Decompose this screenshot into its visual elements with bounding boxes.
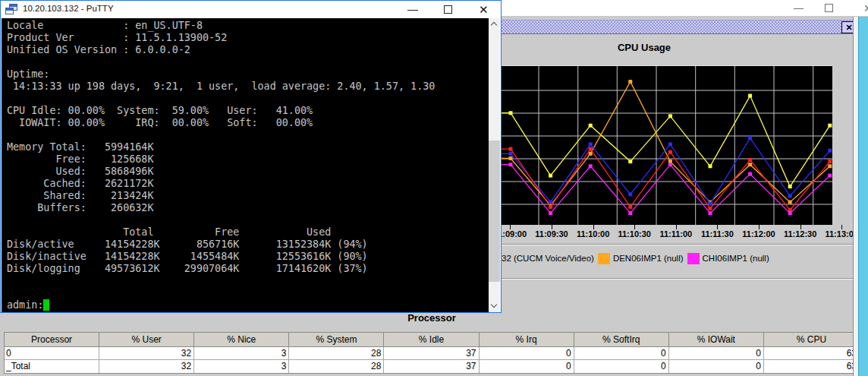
table-header-cell: % IOWait [669,333,764,346]
chart-data-point [709,202,712,206]
terminal-line [7,287,435,299]
terminal-line: Total Free Used [7,226,435,239]
processor-table: Processor% User% Nice% System% Idle% Irq… [4,332,860,374]
terminal-line: Disk/inactive 14154228K 1455484K 1255361… [7,251,435,263]
chart-data-point [589,147,593,151]
table-header-cell: % Nice [194,333,289,346]
scrollbar-thumb[interactable] [489,141,500,282]
chart-data-point [709,164,712,168]
right-edge-strip [858,17,868,376]
table-cell: 28 [289,347,384,359]
rtmt-maximize-icon[interactable] [825,4,833,12]
terminal-scrollbar[interactable] [489,18,500,312]
terminal-line [7,129,435,141]
cpu-usage-chart [502,65,832,225]
chart-data-point [668,163,672,166]
table-header-cell: % CPU [764,333,859,346]
chart-data-point [748,163,752,166]
processor-section-title: Processor [356,312,508,324]
putty-minimize-icon[interactable] [407,10,418,11]
x-axis-label: 11:09:30 [529,229,574,239]
rtmt-close-icon[interactable]: ✕ [863,2,868,15]
scroll-down-button[interactable] [489,300,500,312]
terminal-line: Cached: 2621172K [7,178,435,190]
terminal-line: Product Ver : 11.5.1.13900-52 [7,32,435,44]
legend-label: CHI06IMP1 (null) [703,254,769,263]
x-axis-tick [841,225,842,229]
terminal-line: CPU Idle: 00.00% System: 59.00% User: 41… [7,105,435,117]
terminal-line: Used: 5868496K [7,166,435,178]
putty-titlebar[interactable]: 10.20.103.132 - PuTTY ✕ [1,1,501,18]
putty-window: 10.20.103.132 - PuTTY ✕ Locale : en_US.U… [0,0,502,313]
table-row[interactable]: 0323283700063 [5,347,859,360]
table-header-cell: % System [289,333,384,346]
chart-data-point [828,174,832,178]
table-cell: 0 [669,360,764,373]
legend-item: 32 (CUCM Voice/Video) [502,254,594,263]
table-cell: 0 [5,347,99,359]
legend-item: DEN06IMP1 (null) [598,253,684,264]
table-header-cell: % User [99,333,194,346]
chart-data-point [589,124,593,128]
terminal-line [7,214,435,226]
table-header-cell: % Irq [480,333,574,346]
x-axis-label: 11:11:00 [653,229,699,239]
x-axis-tick [510,225,511,229]
table-cell: 0 [574,347,669,359]
scroll-up-button[interactable] [489,18,500,30]
legend-swatch [687,253,700,264]
chart-data-point [549,205,552,209]
table-row[interactable]: _Total323283700063 [5,360,859,373]
table-cell: 63 [764,347,859,359]
terminal-line [7,275,435,287]
chevron-up-icon [491,22,497,28]
table-cell: 63 [764,360,859,373]
putty-close-icon[interactable]: ✕ [479,2,489,17]
legend-swatch [598,253,610,264]
table-cell: 0 [574,360,669,373]
chart-data-point [668,150,672,154]
table-cell: 37 [384,347,479,359]
chart-data-point [628,80,632,84]
chart-data-point [788,201,792,204]
chart-data-point [828,124,832,128]
x-axis-label: 11:11:30 [694,229,740,239]
x-axis-tick [552,225,552,229]
putty-maximize-icon[interactable] [444,5,452,14]
rtmt-minimize-icon[interactable] [794,8,804,9]
chart-data-point [628,192,632,196]
chart-canvas [502,66,832,226]
chart-data-point [589,164,593,168]
table-cell: 28 [289,360,384,373]
terminal-line: Disk/logging 49573612K 29907064K 1714162… [7,263,435,275]
table-header-cell: Processor [5,333,99,346]
panel-right-border [853,17,858,376]
chart-data-point [549,174,552,178]
terminal-line [7,56,435,68]
chart-data-point [828,160,832,163]
x-axis-label: 11:10:30 [612,229,657,239]
chart-data-point [509,147,513,151]
x-axis-tick [717,225,718,229]
chart-data-point [748,158,752,162]
chart-data-point [788,185,792,188]
terminal[interactable]: Locale : en_US.UTF-8Product Ver : 11.5.1… [2,18,500,312]
table-cell: 3 [194,347,289,359]
chart-data-point [748,94,752,98]
x-axis-tick [593,225,594,229]
chart-data-point [668,114,672,118]
terminal-prompt-line: admin: [7,299,435,311]
terminal-line: Shared: 213424K [7,190,435,202]
chart-data-point [709,207,712,210]
terminal-line [7,93,435,105]
terminal-line: Buffers: 260632K [7,202,435,214]
x-axis-tick [800,225,801,229]
terminal-cursor [43,299,49,311]
table-header-row: Processor% User% Nice% System% Idle% Irq… [5,333,859,347]
chart-data-point [709,211,712,215]
x-axis-label: 11:12:00 [736,229,782,239]
chart-title: CPU Usage [568,42,720,53]
table-header-cell: % Idle [384,333,479,346]
chart-data-point [828,149,832,153]
terminal-line: Free: 125668K [7,153,435,166]
